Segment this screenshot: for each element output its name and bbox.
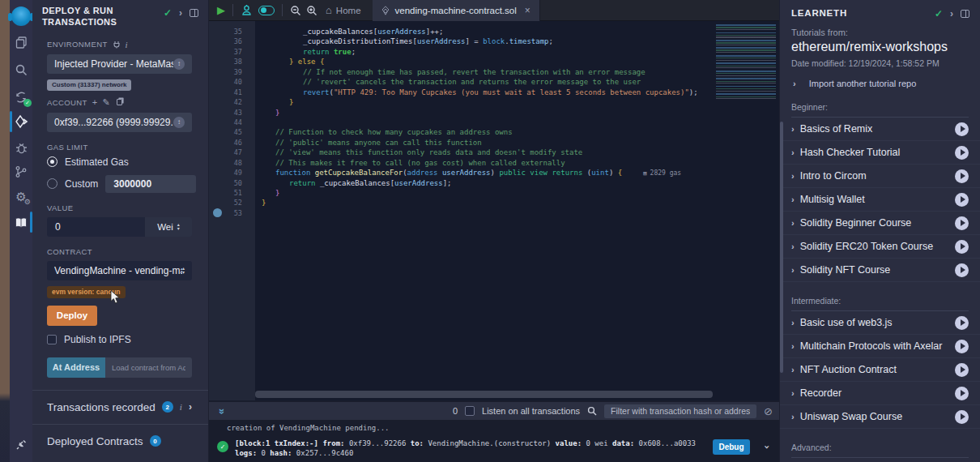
file-explorer-icon[interactable]	[10, 32, 32, 52]
tutorial-item[interactable]: ›Solidity ERC20 Token Course	[780, 235, 980, 259]
info-icon[interactable]: i	[126, 40, 128, 49]
play-tutorial-icon[interactable]	[955, 263, 969, 277]
environment-options-icon[interactable]: ↕	[173, 58, 185, 70]
play-tutorial-icon[interactable]	[955, 410, 969, 424]
remixai-assistant-icon[interactable]	[241, 4, 253, 16]
deployed-contracts-row[interactable]: Deployed Contracts 0	[47, 425, 192, 458]
learneth-plugin-icon[interactable]	[10, 213, 32, 233]
zoom-out-icon[interactable]	[290, 5, 301, 16]
deploy-run-icon[interactable]	[10, 112, 32, 131]
tutorial-item[interactable]: ›Basics of Remix	[780, 118, 980, 141]
panel-pin-icon[interactable]	[961, 10, 969, 18]
source-control-icon[interactable]	[10, 162, 32, 182]
environment-select[interactable]: Injected Provider - MetaMask ↕	[47, 54, 192, 74]
at-address-button[interactable]: At Address	[47, 357, 105, 378]
tutorial-item[interactable]: ›Solidity NFT Course	[780, 259, 980, 282]
custom-gas-input[interactable]	[105, 175, 196, 193]
at-address-input[interactable]	[105, 357, 192, 378]
code-line: 42}	[209, 97, 779, 107]
contract-select[interactable]: VendingMachine - vending-machin ▴▾	[47, 261, 192, 280]
close-tab-icon[interactable]: ×	[525, 5, 530, 16]
expand-log-icon[interactable]: ›	[762, 444, 774, 451]
play-tutorial-icon[interactable]	[955, 193, 969, 207]
custom-gas-label: Custom	[65, 178, 98, 190]
account-select[interactable]: 0xf39...92266 (9999.99929... ↕	[47, 113, 192, 132]
account-label: ACCOUNT	[47, 98, 87, 107]
play-tutorial-icon[interactable]	[955, 122, 969, 136]
chevron-right-icon: ›	[791, 124, 795, 134]
plugin-connector-icon[interactable]	[10, 434, 32, 454]
tutorial-item[interactable]: ›All about Proxy Contracts	[780, 458, 980, 462]
terminal-filter-input[interactable]	[604, 404, 756, 418]
play-tutorial-icon[interactable]	[955, 340, 969, 353]
tutorial-item[interactable]: ›Intro to Circom	[780, 165, 980, 188]
minimap[interactable]	[716, 24, 776, 101]
tutorial-item[interactable]: ›Recorder	[780, 382, 980, 405]
remix-logo[interactable]	[10, 6, 32, 26]
horizontal-scrollbar[interactable]	[255, 391, 713, 398]
play-tutorial-icon[interactable]	[955, 387, 969, 400]
copilot-toggle[interactable]	[258, 6, 275, 15]
breakpoint-dot[interactable]	[213, 208, 222, 217]
search-icon[interactable]	[10, 60, 32, 79]
solidity-compiler-icon[interactable]: ✓	[10, 88, 32, 107]
window-edge-strip	[0, 0, 10, 462]
chevron-right-icon: ›	[791, 265, 795, 275]
tutorial-item[interactable]: ›Multisig Wallet	[780, 188, 980, 212]
tutorial-item[interactable]: ›Hash Checker Tutorial	[780, 141, 980, 165]
deploy-button[interactable]: Deploy	[47, 306, 97, 326]
play-tutorial-icon[interactable]	[955, 169, 969, 183]
custom-gas-radio[interactable]	[47, 178, 58, 189]
editor-tab-active[interactable]: vending-machine-contract.sol ×	[373, 0, 540, 21]
clear-console-icon[interactable]: ⊘	[764, 405, 773, 417]
tutorial-item[interactable]: ›Basic use of web3.js	[780, 311, 980, 335]
listen-all-checkbox[interactable]	[465, 406, 475, 416]
unit-stepper-icon[interactable]: ▴▾	[177, 223, 180, 230]
play-tutorial-icon[interactable]	[955, 216, 969, 230]
publish-ipfs-checkbox[interactable]	[47, 335, 57, 344]
panel-collapse-icon[interactable]: ›	[950, 8, 953, 19]
pending-tx-count: 0	[453, 406, 458, 416]
tutorial-item[interactable]: ›Multichain Protocols with Axelar	[780, 335, 980, 358]
zoom-in-icon[interactable]	[306, 5, 317, 16]
code-editor[interactable]: 35_cupcakeBalances[userAddress]++;36_cup…	[209, 21, 779, 400]
terminal-tx-log[interactable]: ✓ [block:1 txIndex:-] from: 0xf39...9226…	[209, 439, 779, 458]
solidity-file-icon	[381, 6, 390, 15]
value-input[interactable]	[47, 217, 145, 237]
edit-account-icon[interactable]: ✎	[103, 97, 111, 108]
contract-stepper-icon[interactable]: ▴▾	[182, 267, 185, 274]
tutorial-section-label: Intermediate:	[791, 296, 969, 311]
deployed-count-badge: 0	[150, 435, 161, 447]
panel-collapse-icon[interactable]: ›	[179, 7, 182, 19]
panel-scrollbar[interactable]	[780, 122, 783, 373]
transactions-count-badge: 2	[162, 401, 173, 413]
settings-icon[interactable]: ⚙⚙	[10, 187, 32, 207]
terminal[interactable]: creation of VendingMachine pending... ✓ …	[209, 420, 779, 462]
collapse-terminal-icon[interactable]: «	[215, 406, 227, 416]
tutorial-item[interactable]: ›NFT Auction Contract	[780, 358, 980, 382]
chevron-right-icon[interactable]: ›	[189, 401, 192, 413]
copy-account-icon[interactable]	[117, 99, 122, 105]
transactions-recorded-row[interactable]: Transactions recorded 2 i ›	[47, 391, 192, 424]
run-script-icon[interactable]: ▶	[217, 4, 225, 16]
add-account-icon[interactable]: +	[92, 97, 98, 107]
play-tutorial-icon[interactable]	[955, 316, 969, 330]
value-unit-select[interactable]: Wei ▴▾	[145, 217, 192, 237]
tutorial-item-label: Solidity ERC20 Token Course	[800, 241, 933, 252]
debugger-icon[interactable]	[10, 138, 32, 157]
import-repo-link[interactable]: › Import another tutorial repo	[791, 79, 969, 88]
info-icon[interactable]: i	[180, 402, 182, 412]
terminal-toolbar: « 0 Listen on all transactions ⊘	[209, 402, 779, 420]
tutorial-item[interactable]: ›Solidity Beginner Course	[780, 212, 980, 235]
code-line: 44	[209, 118, 779, 127]
debug-button[interactable]: Debug	[713, 439, 750, 455]
tutorial-item[interactable]: ›Uniswap Swap Course	[780, 405, 980, 429]
estimated-gas-radio[interactable]	[47, 156, 58, 167]
panel-pin-icon[interactable]	[190, 9, 198, 17]
home-tab[interactable]: ⌂ Home	[326, 4, 361, 16]
play-tutorial-icon[interactable]	[955, 363, 969, 377]
play-tutorial-icon[interactable]	[955, 146, 969, 160]
account-options-icon[interactable]: ↕	[173, 117, 185, 128]
play-tutorial-icon[interactable]	[955, 240, 969, 254]
tutorial-item-label: Intro to Circom	[800, 170, 867, 182]
